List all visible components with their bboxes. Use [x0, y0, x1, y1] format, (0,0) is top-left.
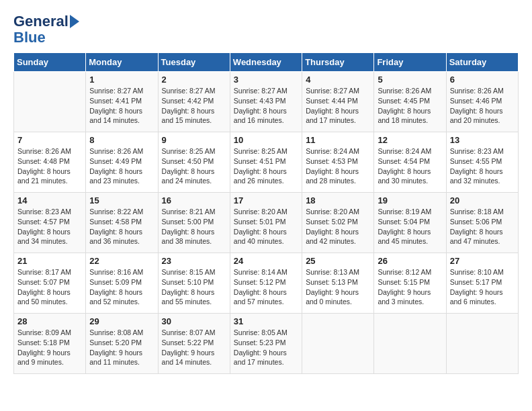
- calendar-cell: 16Sunrise: 8:21 AM Sunset: 5:00 PM Dayli…: [158, 193, 230, 253]
- calendar-cell: [446, 314, 518, 374]
- calendar-cell: 14Sunrise: 8:23 AM Sunset: 4:57 PM Dayli…: [14, 193, 86, 253]
- day-number: 15: [89, 195, 154, 205]
- day-number: 24: [234, 256, 298, 266]
- calendar-cell: 1Sunrise: 8:27 AM Sunset: 4:41 PM Daylig…: [86, 72, 158, 132]
- header-day-saturday: Saturday: [446, 53, 518, 72]
- day-number: 23: [162, 256, 226, 266]
- day-info: Sunrise: 8:14 AM Sunset: 5:12 PM Dayligh…: [234, 267, 298, 307]
- day-number: 8: [89, 135, 154, 145]
- day-info: Sunrise: 8:12 AM Sunset: 5:15 PM Dayligh…: [378, 267, 442, 307]
- calendar-cell: 28Sunrise: 8:09 AM Sunset: 5:18 PM Dayli…: [14, 314, 86, 374]
- calendar-cell: 31Sunrise: 8:05 AM Sunset: 5:23 PM Dayli…: [230, 314, 302, 374]
- calendar-cell: [14, 72, 86, 132]
- day-info: Sunrise: 8:24 AM Sunset: 4:53 PM Dayligh…: [306, 146, 370, 186]
- day-number: 9: [162, 135, 226, 145]
- calendar-week-row: 21Sunrise: 8:17 AM Sunset: 5:07 PM Dayli…: [14, 253, 519, 314]
- day-number: 4: [306, 75, 370, 85]
- day-info: Sunrise: 8:26 AM Sunset: 4:49 PM Dayligh…: [89, 146, 154, 186]
- header-day-sunday: Sunday: [14, 53, 86, 72]
- day-info: Sunrise: 8:20 AM Sunset: 5:01 PM Dayligh…: [234, 207, 298, 246]
- day-info: Sunrise: 8:27 AM Sunset: 4:41 PM Dayligh…: [89, 86, 154, 126]
- calendar-week-row: 1Sunrise: 8:27 AM Sunset: 4:41 PM Daylig…: [14, 72, 519, 132]
- day-info: Sunrise: 8:26 AM Sunset: 4:45 PM Dayligh…: [378, 86, 442, 126]
- calendar-cell: 19Sunrise: 8:19 AM Sunset: 5:04 PM Dayli…: [374, 193, 446, 253]
- calendar-cell: 6Sunrise: 8:26 AM Sunset: 4:46 PM Daylig…: [446, 72, 518, 132]
- day-info: Sunrise: 8:21 AM Sunset: 5:00 PM Dayligh…: [162, 207, 226, 246]
- day-info: Sunrise: 8:10 AM Sunset: 5:17 PM Dayligh…: [450, 267, 515, 307]
- calendar-header-row: SundayMondayTuesdayWednesdayThursdayFrid…: [14, 53, 519, 72]
- day-number: 5: [378, 75, 442, 85]
- day-info: Sunrise: 8:27 AM Sunset: 4:43 PM Dayligh…: [234, 86, 298, 126]
- calendar-cell: 4Sunrise: 8:27 AM Sunset: 4:44 PM Daylig…: [302, 72, 374, 132]
- day-number: 14: [17, 195, 82, 205]
- day-info: Sunrise: 8:27 AM Sunset: 4:42 PM Dayligh…: [162, 86, 226, 126]
- day-number: 20: [450, 195, 515, 205]
- day-info: Sunrise: 8:27 AM Sunset: 4:44 PM Dayligh…: [306, 86, 370, 126]
- day-info: Sunrise: 8:19 AM Sunset: 5:04 PM Dayligh…: [378, 207, 442, 246]
- calendar-cell: 25Sunrise: 8:13 AM Sunset: 5:13 PM Dayli…: [302, 253, 374, 314]
- day-info: Sunrise: 8:25 AM Sunset: 4:51 PM Dayligh…: [234, 146, 298, 186]
- calendar-cell: 21Sunrise: 8:17 AM Sunset: 5:07 PM Dayli…: [14, 253, 86, 314]
- calendar-table: SundayMondayTuesdayWednesdayThursdayFrid…: [13, 52, 519, 374]
- day-info: Sunrise: 8:23 AM Sunset: 4:55 PM Dayligh…: [450, 146, 515, 186]
- day-info: Sunrise: 8:26 AM Sunset: 4:48 PM Dayligh…: [17, 146, 82, 186]
- calendar-cell: 9Sunrise: 8:25 AM Sunset: 4:50 PM Daylig…: [158, 132, 230, 193]
- header-day-monday: Monday: [86, 53, 158, 72]
- day-info: Sunrise: 8:15 AM Sunset: 5:10 PM Dayligh…: [162, 267, 226, 307]
- calendar-cell: 3Sunrise: 8:27 AM Sunset: 4:43 PM Daylig…: [230, 72, 302, 132]
- calendar-cell: 24Sunrise: 8:14 AM Sunset: 5:12 PM Dayli…: [230, 253, 302, 314]
- calendar-cell: 10Sunrise: 8:25 AM Sunset: 4:51 PM Dayli…: [230, 132, 302, 193]
- calendar-week-row: 7Sunrise: 8:26 AM Sunset: 4:48 PM Daylig…: [14, 132, 519, 193]
- calendar-cell: 17Sunrise: 8:20 AM Sunset: 5:01 PM Dayli…: [230, 193, 302, 253]
- calendar-cell: 12Sunrise: 8:24 AM Sunset: 4:54 PM Dayli…: [374, 132, 446, 193]
- day-number: 3: [234, 75, 298, 85]
- day-number: 12: [378, 135, 442, 145]
- calendar-cell: 22Sunrise: 8:16 AM Sunset: 5:09 PM Dayli…: [86, 253, 158, 314]
- day-info: Sunrise: 8:09 AM Sunset: 5:18 PM Dayligh…: [17, 328, 82, 367]
- day-number: 17: [234, 195, 298, 205]
- day-number: 31: [234, 316, 298, 326]
- calendar-cell: 29Sunrise: 8:08 AM Sunset: 5:20 PM Dayli…: [86, 314, 158, 374]
- day-info: Sunrise: 8:08 AM Sunset: 5:20 PM Dayligh…: [89, 328, 154, 367]
- day-number: 27: [450, 256, 515, 266]
- day-info: Sunrise: 8:16 AM Sunset: 5:09 PM Dayligh…: [89, 267, 154, 307]
- day-info: Sunrise: 8:24 AM Sunset: 4:54 PM Dayligh…: [378, 146, 442, 186]
- calendar-cell: 20Sunrise: 8:18 AM Sunset: 5:06 PM Dayli…: [446, 193, 518, 253]
- day-number: 18: [306, 195, 370, 205]
- header-day-tuesday: Tuesday: [158, 53, 230, 72]
- day-number: 16: [162, 195, 226, 205]
- calendar-cell: 23Sunrise: 8:15 AM Sunset: 5:10 PM Dayli…: [158, 253, 230, 314]
- day-info: Sunrise: 8:26 AM Sunset: 4:46 PM Dayligh…: [450, 86, 515, 126]
- day-number: 10: [234, 135, 298, 145]
- calendar-cell: 30Sunrise: 8:07 AM Sunset: 5:22 PM Dayli…: [158, 314, 230, 374]
- day-number: 29: [89, 316, 154, 326]
- day-info: Sunrise: 8:05 AM Sunset: 5:23 PM Dayligh…: [234, 328, 298, 367]
- calendar-week-row: 28Sunrise: 8:09 AM Sunset: 5:18 PM Dayli…: [14, 314, 519, 374]
- day-info: Sunrise: 8:23 AM Sunset: 4:57 PM Dayligh…: [17, 207, 82, 246]
- day-number: 13: [450, 135, 515, 145]
- page-header: General Blue: [13, 13, 519, 46]
- day-number: 25: [306, 256, 370, 266]
- day-number: 26: [378, 256, 442, 266]
- logo-text: General: [13, 13, 69, 30]
- day-info: Sunrise: 8:20 AM Sunset: 5:02 PM Dayligh…: [306, 207, 370, 246]
- day-info: Sunrise: 8:18 AM Sunset: 5:06 PM Dayligh…: [450, 207, 515, 246]
- calendar-cell: [374, 314, 446, 374]
- day-info: Sunrise: 8:17 AM Sunset: 5:07 PM Dayligh…: [17, 267, 82, 307]
- calendar-week-row: 14Sunrise: 8:23 AM Sunset: 4:57 PM Dayli…: [14, 193, 519, 253]
- day-number: 6: [450, 75, 515, 85]
- header-day-thursday: Thursday: [302, 53, 374, 72]
- day-number: 11: [306, 135, 370, 145]
- day-number: 30: [162, 316, 226, 326]
- logo-blue-text: Blue: [13, 30, 46, 46]
- calendar-cell: 13Sunrise: 8:23 AM Sunset: 4:55 PM Dayli…: [446, 132, 518, 193]
- calendar-cell: 11Sunrise: 8:24 AM Sunset: 4:53 PM Dayli…: [302, 132, 374, 193]
- day-number: 1: [89, 75, 154, 85]
- calendar-cell: 15Sunrise: 8:22 AM Sunset: 4:58 PM Dayli…: [86, 193, 158, 253]
- day-info: Sunrise: 8:25 AM Sunset: 4:50 PM Dayligh…: [162, 146, 226, 186]
- header-day-friday: Friday: [374, 53, 446, 72]
- day-number: 7: [17, 135, 82, 145]
- day-info: Sunrise: 8:07 AM Sunset: 5:22 PM Dayligh…: [162, 328, 226, 367]
- day-number: 19: [378, 195, 442, 205]
- day-number: 22: [89, 256, 154, 266]
